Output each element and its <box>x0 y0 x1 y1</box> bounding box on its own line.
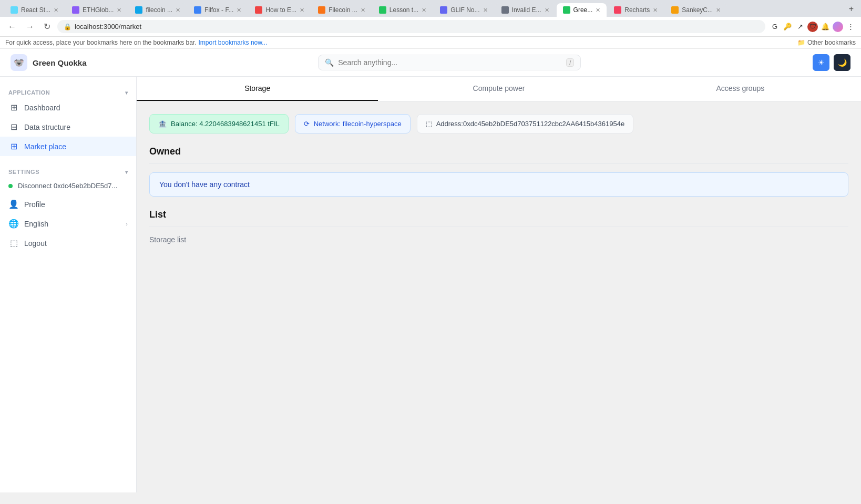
sidebar-item-data-structure[interactable]: ⊟ Data structure <box>0 117 136 137</box>
application-section-label: APPLICATION ▾ <box>0 85 136 98</box>
tab-invalid[interactable]: Invalid E... ✕ <box>495 3 556 17</box>
other-bookmarks[interactable]: 📁 Other bookmarks <box>797 39 856 46</box>
app-container: 🐨 Green Quokka 🔍 / ☀ 🌙 APPLICATION ▾ ⊞ <box>0 49 861 492</box>
browser-chrome: React St... ✕ ETHGlob... ✕ filecoin ... … <box>0 0 861 49</box>
sidebar-item-english[interactable]: 🌐 English › <box>0 214 136 233</box>
content-area: 🏦 Balance: 4.2204683948621451 tFIL ⟳ Net… <box>137 101 861 492</box>
tab-compute-power[interactable]: Compute power <box>378 77 619 101</box>
tab-sankey[interactable]: SankeyC... ✕ <box>665 3 727 17</box>
tab-eth[interactable]: ETHGlob... ✕ <box>66 3 128 17</box>
tab-favicon <box>379 6 386 14</box>
tab-close-icon[interactable]: ✕ <box>117 7 121 14</box>
sidebar-item-dashboard[interactable]: ⊞ Dashboard <box>0 98 136 117</box>
tab-label: SankeyC... <box>682 6 713 14</box>
tab-close-icon[interactable]: ✕ <box>422 7 426 14</box>
sidebar-item-logout[interactable]: ⬚ Logout <box>0 233 136 253</box>
owned-section: Owned You don't have any contract <box>149 146 848 197</box>
connection-status-dot <box>8 184 13 188</box>
tab-label: Filecoin ... <box>329 6 357 14</box>
tab-favicon <box>440 6 447 14</box>
import-bookmarks-link[interactable]: Import bookmarks now... <box>199 39 268 46</box>
tab-label: How to E... <box>265 6 296 14</box>
main-content: Storage Compute power Access groups 🏦 Ba… <box>137 77 861 492</box>
tab-close-icon[interactable]: ✕ <box>176 7 180 14</box>
sidebar-item-profile[interactable]: 👤 Profile <box>0 194 136 214</box>
tab-access-groups[interactable]: Access groups <box>620 77 861 101</box>
address-bar[interactable]: 🔒 localhost:3000/market <box>57 20 765 33</box>
tab-lesson[interactable]: Lesson t... ✕ <box>373 3 433 17</box>
tab-favicon <box>72 6 79 14</box>
sidebar-item-label: Disconnect 0xdc45eb2bDE5d7... <box>18 182 128 190</box>
bookmarks-bar: For quick access, place your bookmarks h… <box>0 37 861 49</box>
list-divider <box>149 227 848 227</box>
settings-section-arrow: ▾ <box>125 169 128 175</box>
app-logo: 🐨 <box>11 54 27 71</box>
settings-section-label: SETTINGS ▾ <box>0 164 136 177</box>
lock-icon: 🔒 <box>64 23 71 30</box>
share-icon[interactable]: ↗ <box>795 22 805 32</box>
tab-close-icon[interactable]: ✕ <box>54 7 58 14</box>
search-input[interactable] <box>338 58 562 67</box>
network-icon: ⟳ <box>304 120 310 128</box>
new-tab-button[interactable]: + <box>846 3 857 15</box>
bookmarks-hint-text: For quick access, place your bookmarks h… <box>5 39 197 46</box>
theme-dark-button[interactable]: 🌙 <box>834 54 850 71</box>
tab-recharts[interactable]: Recharts ✕ <box>608 3 664 17</box>
app-logo-area: 🐨 Green Quokka <box>11 54 87 71</box>
tab-close-icon[interactable]: ✕ <box>653 7 658 14</box>
tab-storage[interactable]: Storage <box>137 77 378 101</box>
back-button[interactable]: ← <box>5 20 19 33</box>
tab-close-icon[interactable]: ✕ <box>716 7 721 14</box>
sidebar-item-disconnect[interactable]: Disconnect 0xdc45eb2bDE5d7... <box>0 177 136 194</box>
sidebar-item-label: Dashboard <box>24 104 128 112</box>
key-icon[interactable]: 🔑 <box>782 22 793 32</box>
forward-button[interactable]: → <box>23 20 37 33</box>
tab-close-icon[interactable]: ✕ <box>596 7 600 14</box>
sidebar-item-market-place[interactable]: ⊞ Market place <box>0 137 136 156</box>
tab-glif[interactable]: GLIF No... ✕ <box>434 3 494 17</box>
tab-favicon <box>318 6 325 14</box>
tab-favicon <box>563 6 570 14</box>
notification-icon[interactable]: 🔔 <box>820 22 831 32</box>
tab-label: ETHGlob... <box>83 6 114 14</box>
tab-green-quokka[interactable]: Gree... ✕ <box>557 3 607 17</box>
address-text: localhost:3000/market <box>75 23 141 30</box>
tab-favicon <box>671 6 679 14</box>
tab-label: Filfox - F... <box>204 6 233 14</box>
search-bar-container[interactable]: 🔍 / <box>318 55 581 70</box>
data-structure-icon: ⊟ <box>8 122 19 132</box>
sidebar-item-label: Market place <box>24 142 128 151</box>
tab-close-icon[interactable]: ✕ <box>361 7 365 14</box>
tab-actions: + <box>846 3 857 17</box>
tab-label: Recharts <box>624 6 650 14</box>
shield-icon[interactable]: 🛡 <box>807 22 818 32</box>
tab-close-icon[interactable]: ✕ <box>483 7 488 14</box>
menu-icon[interactable]: ⋮ <box>845 22 856 32</box>
app-layout: APPLICATION ▾ ⊞ Dashboard ⊟ Data structu… <box>0 77 861 492</box>
tab-filecoin[interactable]: filecoin ... ✕ <box>129 3 187 17</box>
chevron-right-icon: › <box>126 221 128 227</box>
info-bar: 🏦 Balance: 4.2204683948621451 tFIL ⟳ Net… <box>149 114 848 133</box>
sidebar: APPLICATION ▾ ⊞ Dashboard ⊟ Data structu… <box>0 77 137 492</box>
tab-howto[interactable]: How to E... ✕ <box>249 3 311 17</box>
language-icon: 🌐 <box>8 219 19 229</box>
profile-avatar[interactable] <box>833 22 843 32</box>
tab-label: filecoin ... <box>146 6 172 14</box>
tab-favicon <box>614 6 621 14</box>
reload-button[interactable]: ↻ <box>41 20 53 33</box>
google-icon[interactable]: G <box>770 22 780 32</box>
tab-label: Lesson t... <box>390 6 418 14</box>
search-shortcut: / <box>566 58 574 67</box>
list-section: List Storage list <box>149 209 848 244</box>
tab-filecoin2[interactable]: Filecoin ... ✕ <box>312 3 372 17</box>
tab-close-icon[interactable]: ✕ <box>300 7 304 14</box>
tab-close-icon[interactable]: ✕ <box>545 7 549 14</box>
tab-close-icon[interactable]: ✕ <box>237 7 241 14</box>
balance-text: Balance: 4.2204683948621451 tFIL <box>171 120 280 128</box>
tab-react[interactable]: React St... ✕ <box>4 3 65 17</box>
balance-badge: 🏦 Balance: 4.2204683948621451 tFIL <box>149 114 289 133</box>
theme-light-button[interactable]: ☀ <box>813 54 829 71</box>
topbar-actions: ☀ 🌙 <box>813 54 850 71</box>
tab-filfox[interactable]: Filfox - F... ✕ <box>188 3 248 17</box>
network-badge: ⟳ Network: filecoin-hyperspace <box>295 114 411 133</box>
